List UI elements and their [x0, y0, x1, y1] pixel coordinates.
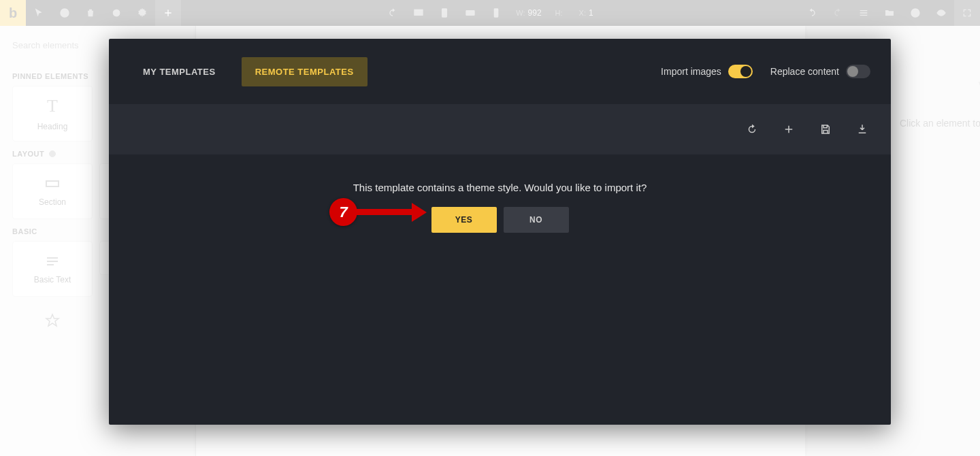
toggle-replace-content[interactable]: [846, 65, 870, 78]
tab-remote-templates[interactable]: REMOTE TEMPLATES: [242, 57, 368, 86]
toggle-import-images[interactable]: [728, 65, 753, 78]
modal-header: MY TEMPLATES REMOTE TEMPLATES Import ima…: [109, 39, 891, 104]
import-prompt: This template contains a theme style. Wo…: [353, 182, 647, 193]
yes-button[interactable]: YES: [431, 207, 497, 233]
modal-body: This template contains a theme style. Wo…: [109, 154, 891, 425]
templates-modal: MY TEMPLATES REMOTE TEMPLATES Import ima…: [109, 39, 891, 425]
save-icon[interactable]: [817, 121, 834, 137]
add-icon[interactable]: [781, 121, 797, 137]
refresh-icon[interactable]: [744, 121, 760, 137]
download-icon[interactable]: [854, 121, 870, 137]
tab-my-templates[interactable]: MY TEMPLATES: [129, 57, 229, 86]
no-button[interactable]: NO: [504, 207, 569, 233]
option-import-images: Import images: [661, 65, 753, 78]
modal-toolbar: [109, 104, 891, 154]
option-replace-content: Replace content: [770, 65, 870, 78]
